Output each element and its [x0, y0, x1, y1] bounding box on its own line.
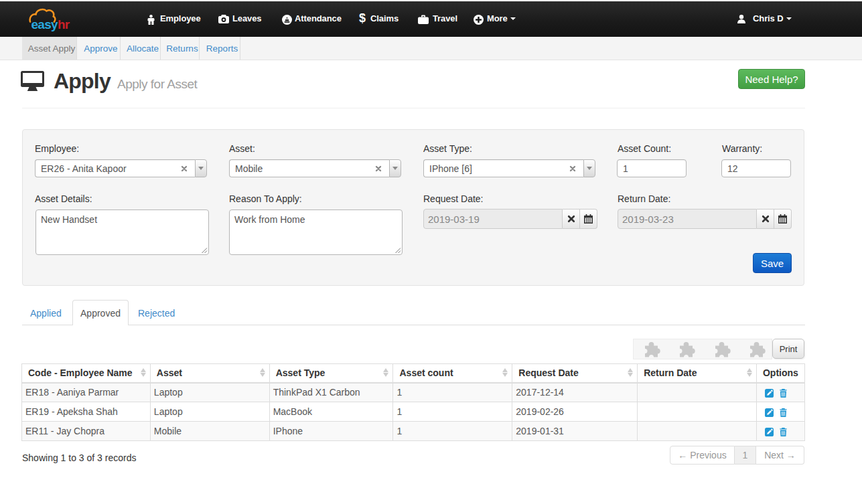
svg-text:easyhr: easyhr	[31, 17, 70, 31]
